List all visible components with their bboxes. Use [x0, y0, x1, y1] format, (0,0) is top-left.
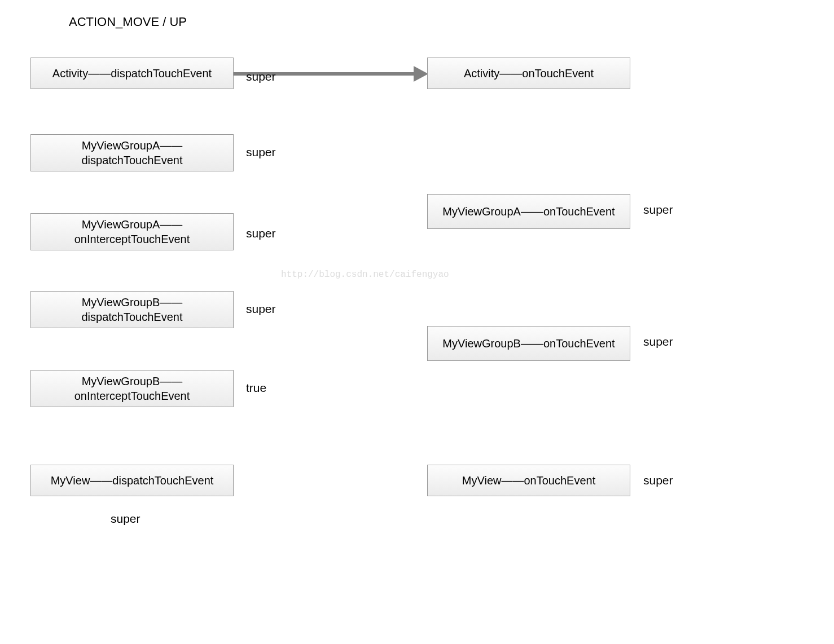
node-myview-dispatch-text: MyView——dispatchTouchEvent — [51, 473, 214, 488]
node-group-a-intercept-text: MyViewGroupA—— onInterceptTouchEvent — [74, 217, 190, 246]
label-group-b-dispatch: super — [246, 302, 276, 316]
node-group-b-touch: MyViewGroupB——onTouchEvent — [427, 326, 630, 361]
node-myview-touch: MyView——onTouchEvent — [427, 465, 630, 496]
label-group-b-touch: super — [643, 335, 673, 349]
node-activity-touch: Activity——onTouchEvent — [427, 58, 630, 89]
node-activity-dispatch: Activity——dispatchTouchEvent — [30, 58, 234, 89]
node-activity-dispatch-text: Activity——dispatchTouchEvent — [52, 66, 212, 81]
node-group-a-touch-text: MyViewGroupA——onTouchEvent — [442, 204, 614, 219]
node-group-b-intercept: MyViewGroupB—— onInterceptTouchEvent — [30, 370, 234, 407]
node-activity-touch-text: Activity——onTouchEvent — [464, 66, 594, 81]
label-myview-touch: super — [643, 474, 673, 487]
node-group-a-intercept: MyViewGroupA—— onInterceptTouchEvent — [30, 213, 234, 250]
node-group-b-touch-text: MyViewGroupB——onTouchEvent — [442, 336, 614, 351]
label-group-b-intercept: true — [246, 381, 266, 395]
label-group-a-intercept: super — [246, 227, 276, 240]
node-group-b-dispatch-text: MyViewGroupB—— dispatchTouchEvent — [81, 295, 182, 324]
node-group-b-intercept-text: MyViewGroupB—— onInterceptTouchEvent — [74, 374, 190, 403]
watermark: http://blog.csdn.net/caifengyao — [281, 270, 449, 280]
node-group-a-touch: MyViewGroupA——onTouchEvent — [427, 194, 630, 229]
node-group-a-dispatch: MyViewGroupA—— dispatchTouchEvent — [30, 134, 234, 171]
label-activity-dispatch: super — [246, 70, 276, 83]
node-myview-dispatch: MyView——dispatchTouchEvent — [30, 465, 234, 496]
touch-event-diagram: ACTION_MOVE / UP Activity——dispatchTouch… — [0, 0, 834, 644]
node-myview-touch-text: MyView——onTouchEvent — [462, 473, 595, 488]
label-group-a-touch: super — [643, 203, 673, 217]
node-group-b-dispatch: MyViewGroupB—— dispatchTouchEvent — [30, 291, 234, 328]
diagram-title: ACTION_MOVE / UP — [69, 15, 187, 29]
label-myview-dispatch: super — [111, 512, 141, 526]
label-group-a-dispatch: super — [246, 145, 276, 159]
node-group-a-dispatch-text: MyViewGroupA—— dispatchTouchEvent — [81, 138, 182, 167]
arrow-activity-head — [414, 66, 428, 82]
